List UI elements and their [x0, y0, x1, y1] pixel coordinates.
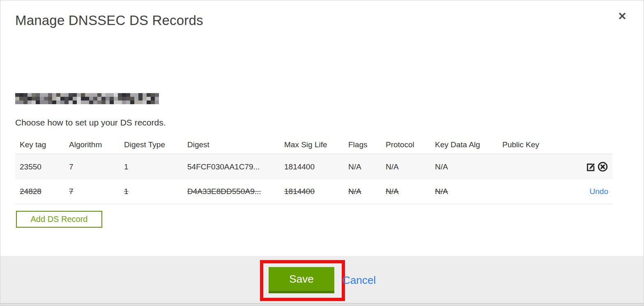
- save-button[interactable]: Save: [269, 267, 334, 293]
- col-flags: Flags: [344, 140, 381, 149]
- close-icon[interactable]: [616, 9, 629, 23]
- instruction-text: Choose how to set up your DS records.: [15, 118, 166, 128]
- col-max-sig-life: Max Sig Life: [280, 140, 344, 149]
- col-algorithm: Algorithm: [64, 140, 120, 149]
- col-public-key: Public Key: [498, 140, 575, 149]
- background-page-edge: [0, 303, 644, 306]
- delete-circle-icon[interactable]: [597, 161, 608, 173]
- algorithm-value: 7: [64, 187, 120, 196]
- max-sig-life-value: 1814400: [280, 162, 344, 171]
- digest-type-value: 1: [120, 187, 183, 196]
- cancel-link[interactable]: Cancel: [343, 274, 376, 287]
- col-key-tag: Key tag: [15, 140, 64, 149]
- protocol-value: N/A: [381, 162, 430, 171]
- col-protocol: Protocol: [381, 140, 430, 149]
- key-tag-value: 23550: [15, 162, 64, 171]
- protocol-value: N/A: [381, 187, 430, 196]
- row-actions: [575, 161, 612, 173]
- digest-value: D4A33E8DD550A9...: [183, 187, 280, 196]
- flags-value: N/A: [344, 162, 381, 171]
- col-digest-type: Digest Type: [120, 140, 183, 149]
- edit-icon[interactable]: [585, 161, 596, 173]
- modal-footer: Save Cancel: [0, 256, 644, 303]
- key-tag-value: 24828: [15, 187, 64, 196]
- ds-records-table: Key tag Algorithm Digest Type Digest Max…: [15, 136, 612, 204]
- col-digest: Digest: [183, 140, 280, 149]
- key-data-alg-value: N/A: [430, 162, 498, 171]
- domain-name-redacted: [15, 93, 159, 104]
- flags-value: N/A: [344, 187, 381, 196]
- manage-dnssec-modal: { "modal": { "title": "Manage DNSSEC DS …: [0, 0, 644, 306]
- max-sig-life-value: 1814400: [280, 187, 344, 196]
- algorithm-value: 7: [64, 162, 120, 171]
- table-header-row: Key tag Algorithm Digest Type Digest Max…: [15, 136, 612, 154]
- col-key-data-alg: Key Data Alg: [430, 140, 498, 149]
- page-title: Manage DNSSEC DS Records: [15, 13, 203, 28]
- undo-link[interactable]: Undo: [590, 187, 608, 196]
- row-actions: Undo: [575, 187, 612, 196]
- table-row-deleted: 24828 7 1 D4A33E8DD550A9... 1814400 N/A …: [15, 179, 612, 204]
- digest-value: 54FCF030AA1C79...: [183, 162, 280, 171]
- add-ds-record-button[interactable]: Add DS Record: [16, 211, 102, 228]
- table-row: 23550 7 1 54FCF030AA1C79... 1814400 N/A …: [15, 154, 612, 179]
- digest-type-value: 1: [120, 162, 183, 171]
- key-data-alg-value: N/A: [430, 187, 498, 196]
